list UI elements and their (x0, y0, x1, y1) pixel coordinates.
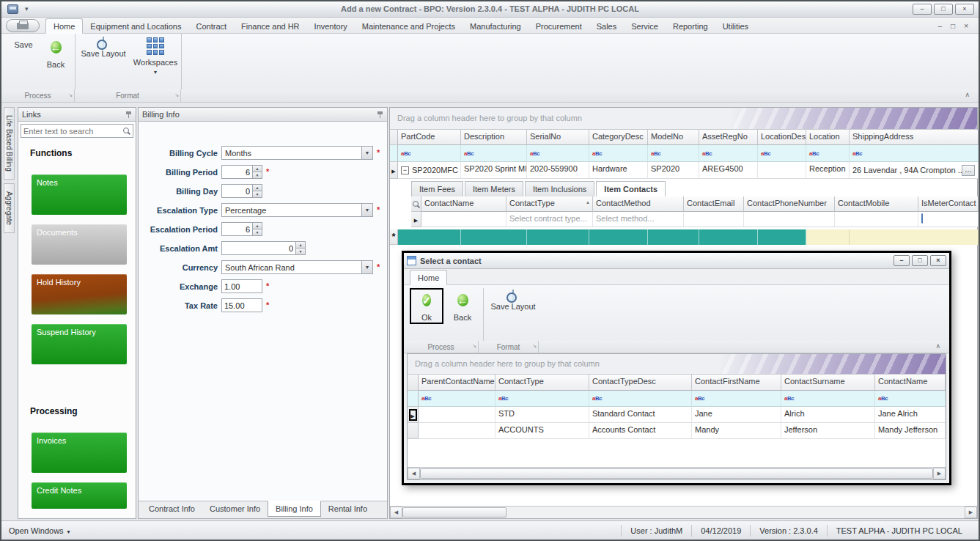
spin-down-icon[interactable] (253, 229, 262, 235)
ribbon-tab-service[interactable]: Service (624, 19, 666, 33)
new-row-cell[interactable] (461, 229, 527, 245)
cell-contactmethod[interactable]: Select method... (593, 212, 684, 227)
tax-rate-input[interactable] (222, 301, 262, 310)
new-row-cell[interactable] (648, 229, 699, 245)
invoices-button[interactable]: Invoices (32, 433, 127, 473)
cell-contactname[interactable]: Mandy Jefferson (875, 423, 946, 439)
back-button[interactable]: Back (41, 37, 70, 69)
filter-cell-contactname[interactable] (875, 391, 946, 407)
filter-cell-shippingaddress[interactable] (850, 145, 979, 162)
new-row-cell[interactable] (758, 229, 806, 245)
tab-item-inclusions[interactable]: Item Inclusions (525, 181, 594, 196)
scroll-left-icon[interactable] (390, 507, 402, 518)
filter-cell-contacttypedesc[interactable] (589, 391, 692, 407)
new-row-cell[interactable] (850, 229, 979, 245)
filter-cell-contactfirstname[interactable] (692, 391, 781, 407)
cell-contactsurname[interactable]: Jefferson (781, 423, 875, 439)
filter-cell-contactsurname[interactable] (781, 391, 875, 407)
new-row-cell[interactable] (699, 229, 758, 245)
column-header-assetregno[interactable]: AssetRegNo (699, 130, 758, 145)
column-header-shippingaddress[interactable]: ShippingAddress (850, 130, 979, 145)
column-header-contactname[interactable]: ContactName (875, 375, 946, 391)
checkbox-icon[interactable] (921, 213, 923, 224)
spin-down-icon[interactable] (296, 249, 305, 254)
autohide-tab-aggregate[interactable]: Aggregate (4, 183, 15, 233)
ribbon-collapse-icon[interactable] (935, 342, 940, 350)
column-header-contacttype[interactable]: ContactType (506, 196, 593, 212)
currency-select[interactable]: South African Rand (221, 260, 373, 274)
filter-cell-description[interactable] (461, 145, 527, 162)
filter-cell-contacttype[interactable] (495, 391, 589, 407)
scroll-left-icon[interactable] (408, 468, 420, 479)
ribbon-tab-contract[interactable]: Contract (189, 19, 235, 33)
tab-item-meters[interactable]: Item Meters (465, 181, 523, 196)
scroll-right-icon[interactable] (933, 468, 946, 479)
cell-contacttypedesc[interactable]: Standard Contact (589, 407, 692, 423)
escalation-amt-stepper[interactable] (221, 241, 306, 255)
spin-up-icon[interactable] (253, 223, 262, 229)
save-button[interactable]: Save (9, 37, 38, 49)
cell-modelno[interactable]: SP2020 (648, 162, 699, 179)
cell-ismetercontact[interactable] (918, 212, 979, 227)
filter-cell-parentcontactname[interactable] (419, 391, 495, 407)
cell-assetregno[interactable]: AREG4500 (699, 162, 758, 179)
column-header-contactname[interactable]: ContactName (421, 196, 506, 212)
column-header-contactmobile[interactable]: ContactMobile (835, 196, 918, 212)
escalation-period-input[interactable] (222, 225, 252, 234)
exchange-input[interactable] (222, 282, 262, 291)
cell-contactmobile[interactable] (835, 212, 918, 227)
spin-up-icon[interactable] (253, 185, 262, 191)
ribbon-tab-sales[interactable]: Sales (589, 19, 625, 33)
collapse-detail-icon[interactable] (401, 166, 409, 174)
cell-shippingaddress[interactable]: 26 Lavendar , 94A Crompton ... (850, 162, 979, 179)
scroll-right-icon[interactable] (965, 507, 977, 518)
column-header-contactmethod[interactable]: ContactMethod (593, 196, 684, 212)
links-search-input[interactable] (23, 127, 122, 136)
ribbon-tab-home[interactable]: Home (45, 18, 83, 34)
filter-cell-location[interactable] (806, 145, 850, 162)
shipping-address-ellipsis-button[interactable] (962, 165, 975, 176)
filter-cell-locationdesc[interactable] (758, 145, 806, 162)
column-header-parentcontactname[interactable]: ParentContactName (419, 375, 495, 391)
notes-button[interactable]: Notes (32, 174, 127, 215)
cell-contactphonenumber[interactable] (744, 212, 835, 227)
cell-contacttype[interactable]: Select contract type... (506, 212, 593, 227)
column-header-contactfirstname[interactable]: ContactFirstName (692, 375, 781, 391)
application-menu-button[interactable] (6, 19, 40, 32)
group-launcher-icon[interactable] (532, 339, 537, 352)
workspaces-button[interactable]: Workspaces (130, 37, 180, 76)
spin-up-icon[interactable] (253, 166, 262, 172)
dialog-close-button[interactable] (930, 255, 946, 266)
cell-location[interactable]: Reception (806, 162, 850, 179)
ribbon-collapse-icon[interactable] (965, 91, 970, 98)
cell-contactsurname[interactable]: Alrich (781, 407, 875, 423)
cell-locationdesc[interactable] (758, 162, 806, 179)
filter-cell-serialno[interactable] (527, 145, 589, 162)
maximize-button[interactable] (934, 4, 953, 15)
column-header-ismetercontact[interactable]: IsMeterContact (918, 196, 979, 212)
chevron-down-icon[interactable] (361, 204, 372, 216)
cell-contactname[interactable] (421, 212, 506, 227)
column-header-contacttype[interactable]: ContactType (495, 375, 589, 391)
ribbon-tab-inventory[interactable]: Inventory (307, 19, 355, 33)
ribbon-tab-maintenance-and-projects[interactable]: Maintenance and Projects (355, 19, 463, 33)
cell-contactemail[interactable] (684, 212, 744, 227)
open-windows-button[interactable]: Open Windows (9, 526, 70, 535)
dialog-minimize-button[interactable] (894, 255, 910, 266)
filter-cell-modelno[interactable] (648, 145, 699, 162)
cell-categorydesc[interactable]: Hardware (589, 162, 648, 179)
scrollbar-thumb[interactable] (402, 507, 506, 518)
pin-icon[interactable] (377, 111, 383, 119)
filter-cell-categorydesc[interactable] (589, 145, 648, 162)
tab-item-contacts[interactable]: Item Contacts (596, 181, 666, 196)
column-header-contactsurname[interactable]: ContactSurname (781, 375, 875, 391)
cell-partcode[interactable]: SP2020MFC (398, 162, 461, 179)
column-header-serialno[interactable]: SerialNo (527, 130, 589, 145)
minimize-button[interactable] (913, 4, 932, 15)
billing-day-input[interactable] (222, 187, 252, 196)
ribbon-tab-utilities[interactable]: Utilities (715, 19, 756, 33)
mdi-minimize-icon[interactable]: – (938, 22, 943, 30)
cell-parentcontactname[interactable] (419, 407, 495, 423)
tax-rate-field[interactable] (221, 298, 262, 312)
suspend-history-button[interactable]: Suspend History (32, 324, 127, 364)
